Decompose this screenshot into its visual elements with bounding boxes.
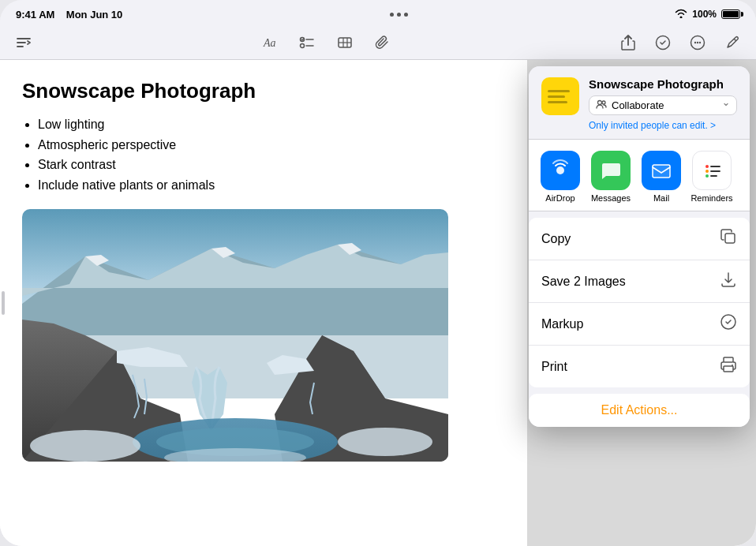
toolbar-left bbox=[13, 32, 35, 54]
compose-icon[interactable] bbox=[721, 32, 743, 54]
svg-rect-47 bbox=[724, 366, 733, 372]
share-note-title: Snowscape Photograph bbox=[589, 77, 737, 91]
thumb-line-2 bbox=[548, 95, 565, 98]
toolbar-right bbox=[617, 32, 743, 54]
status-time: 9:41 AM Mon Jun 10 bbox=[16, 9, 122, 21]
svg-point-12 bbox=[697, 41, 698, 43]
toolbar: Aa bbox=[0, 25, 756, 60]
battery-icon bbox=[721, 9, 740, 19]
status-bar: 9:41 AM Mon Jun 10 100% bbox=[0, 0, 756, 25]
svg-point-11 bbox=[694, 41, 696, 43]
print-action[interactable]: Print bbox=[529, 346, 750, 387]
ipad-frame: 9:41 AM Mon Jun 10 100% bbox=[0, 0, 756, 546]
time-display: 9:41 AM bbox=[16, 9, 54, 21]
share-app-reminders[interactable]: Reminders bbox=[688, 151, 735, 203]
dot-2 bbox=[397, 13, 401, 17]
airdrop-label: AirDrop bbox=[545, 193, 574, 203]
share-app-messages[interactable]: Messages bbox=[587, 151, 634, 203]
checklist-icon[interactable] bbox=[296, 32, 318, 54]
svg-point-40 bbox=[705, 174, 709, 178]
markup-action[interactable]: Markup bbox=[529, 303, 750, 346]
reminders-icon bbox=[692, 151, 732, 190]
status-center-dots bbox=[390, 13, 408, 17]
markup-icon[interactable] bbox=[652, 32, 674, 54]
collapse-icon[interactable] bbox=[13, 32, 35, 54]
messages-label: Messages bbox=[591, 193, 631, 203]
share-icon[interactable] bbox=[617, 32, 639, 54]
messages-icon bbox=[591, 151, 631, 190]
wifi-icon bbox=[675, 9, 687, 21]
svg-point-2 bbox=[301, 43, 305, 47]
note-thumbnail bbox=[541, 77, 579, 115]
share-app-mail[interactable]: Mail bbox=[638, 151, 685, 203]
copy-icon bbox=[720, 228, 737, 249]
mail-icon bbox=[642, 151, 681, 190]
markup-action-icon bbox=[720, 313, 737, 335]
reminders-label: Reminders bbox=[691, 193, 732, 203]
toolbar-center: Aa bbox=[258, 32, 394, 54]
chevron-icon bbox=[722, 100, 730, 111]
svg-point-39 bbox=[705, 170, 709, 173]
svg-rect-46 bbox=[724, 357, 733, 362]
thumbnail-lines bbox=[548, 90, 573, 103]
more-icon[interactable] bbox=[687, 32, 709, 54]
share-header-info: Snowscape Photograph Collaborate bbox=[589, 77, 737, 131]
content-area: Snowscape Photograph Low lighting Atmosp… bbox=[0, 60, 756, 546]
svg-point-30 bbox=[30, 430, 140, 462]
table-icon[interactable] bbox=[334, 32, 356, 54]
svg-point-35 bbox=[556, 166, 564, 174]
save-images-label: Save 2 Images bbox=[541, 275, 626, 289]
collaborate-button[interactable]: Collaborate bbox=[589, 95, 737, 115]
svg-text:Aa: Aa bbox=[263, 37, 276, 49]
sidebar-handle[interactable] bbox=[2, 291, 5, 315]
share-popup-overlay: Snowscape Photograph Collaborate bbox=[527, 60, 756, 546]
save-icon bbox=[720, 271, 737, 292]
save-images-action[interactable]: Save 2 Images bbox=[529, 260, 750, 303]
svg-point-48 bbox=[732, 365, 733, 366]
text-format-icon[interactable]: Aa bbox=[258, 32, 280, 54]
svg-point-38 bbox=[705, 165, 709, 168]
dot-1 bbox=[390, 13, 394, 17]
svg-point-33 bbox=[598, 101, 602, 105]
only-invited-text[interactable]: Only invited people can edit. > bbox=[589, 120, 737, 131]
mail-label: Mail bbox=[653, 193, 669, 203]
copy-label: Copy bbox=[541, 232, 571, 246]
collaborate-label: Collaborate bbox=[612, 99, 664, 111]
date-display: Mon Jun 10 bbox=[66, 9, 123, 21]
dot-3 bbox=[404, 13, 408, 17]
battery-text: 100% bbox=[692, 9, 717, 20]
share-header: Snowscape Photograph Collaborate bbox=[529, 66, 750, 140]
print-icon bbox=[720, 356, 737, 377]
share-apps-row: AirDrop Messages bbox=[529, 140, 750, 211]
airdrop-icon bbox=[541, 151, 580, 190]
svg-rect-44 bbox=[725, 234, 735, 243]
copy-action[interactable]: Copy bbox=[529, 218, 750, 260]
thumb-line-3 bbox=[548, 101, 567, 103]
svg-point-31 bbox=[338, 428, 432, 456]
note-image bbox=[22, 209, 448, 462]
share-app-airdrop[interactable]: AirDrop bbox=[537, 151, 584, 203]
attachment-icon[interactable] bbox=[372, 32, 394, 54]
svg-point-13 bbox=[699, 41, 701, 43]
status-right: 100% bbox=[675, 9, 740, 21]
collaborate-users-icon bbox=[596, 99, 607, 111]
edit-actions-button[interactable]: Edit Actions... bbox=[529, 394, 750, 427]
print-label: Print bbox=[541, 360, 567, 374]
share-actions-list: Copy Save 2 Images bbox=[529, 218, 750, 387]
markup-action-label: Markup bbox=[541, 317, 583, 331]
svg-point-34 bbox=[602, 101, 605, 104]
share-sheet: Snowscape Photograph Collaborate bbox=[529, 66, 750, 427]
svg-rect-36 bbox=[653, 165, 670, 178]
thumb-line-1 bbox=[548, 90, 570, 92]
